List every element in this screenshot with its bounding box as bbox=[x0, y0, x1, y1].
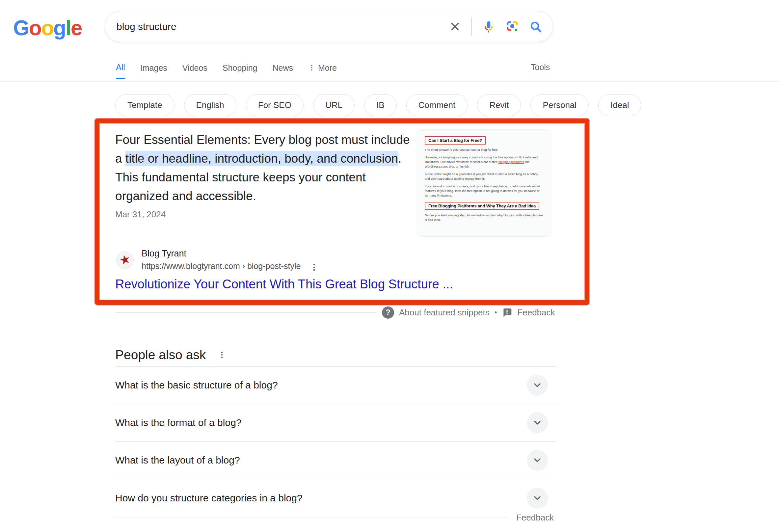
annotation-box: Four Essential Elements: Every blog post… bbox=[95, 119, 589, 305]
chip-ib[interactable]: IB bbox=[364, 94, 397, 116]
search-bar[interactable]: blog structure bbox=[105, 11, 553, 42]
chevron-down-icon bbox=[532, 380, 543, 391]
tab-shopping[interactable]: Shopping bbox=[223, 63, 257, 79]
snippet-thumbnail[interactable]: Can I Start a Blog for Free? The short a… bbox=[416, 129, 552, 237]
result-title-link[interactable]: Revolutionize Your Content With This Gre… bbox=[115, 277, 453, 291]
chevron-down-icon bbox=[532, 493, 543, 504]
site-name: Blog Tyrant bbox=[141, 248, 301, 259]
logo-letter: o bbox=[29, 16, 41, 40]
dot-separator: • bbox=[494, 308, 497, 317]
paa-list: What is the basic structure of a blog? W… bbox=[115, 367, 556, 517]
site-url: https://www.blogtyrant.com › blog-post-s… bbox=[141, 261, 301, 271]
paa-question-row[interactable]: What is the format of a blog? bbox=[115, 404, 556, 442]
snippet-footer: ? About featured snippets • Feedback bbox=[382, 305, 555, 320]
tab-all[interactable]: All bbox=[116, 63, 125, 79]
logo-letter: o bbox=[41, 16, 53, 40]
paa-feedback-link[interactable]: Feedback bbox=[516, 513, 554, 523]
paa-question: What is the layout of a blog? bbox=[115, 455, 240, 466]
expand-button[interactable] bbox=[527, 412, 548, 433]
logo-letter: e bbox=[71, 16, 82, 40]
logo-letter: l bbox=[65, 16, 71, 40]
about-featured-snippets-link[interactable]: About featured snippets bbox=[399, 307, 490, 318]
chip-english[interactable]: English bbox=[184, 94, 236, 116]
thumb-heading-2: Free Blogging Platforms and Why They Are… bbox=[425, 202, 539, 210]
google-logo[interactable]: Google bbox=[13, 16, 82, 40]
clear-icon[interactable] bbox=[449, 20, 461, 33]
site-favicon: ★ bbox=[116, 251, 134, 269]
tab-more[interactable]: More bbox=[308, 63, 337, 79]
thumb-heading-1: Can I Start a Blog for Free? bbox=[425, 136, 486, 144]
search-input[interactable]: blog structure bbox=[117, 11, 176, 42]
tools-button[interactable]: Tools bbox=[531, 63, 550, 72]
search-controls bbox=[449, 11, 542, 42]
featured-snippet-text: Four Essential Elements: Every blog post… bbox=[115, 130, 415, 205]
result-source[interactable]: Blog Tyrant https://www.blogtyrant.com ›… bbox=[141, 248, 301, 271]
snippet-highlight: title or headline, introduction, body, a… bbox=[125, 151, 398, 166]
expand-button[interactable] bbox=[527, 450, 548, 471]
thumb-paragraph: However, as tempting as it may sound, ch… bbox=[425, 155, 543, 169]
paa-question-row[interactable]: What is the basic structure of a blog? bbox=[115, 367, 556, 404]
expand-button[interactable] bbox=[527, 375, 548, 396]
thumb-paragraph: The short answer is yes, you can start a… bbox=[425, 147, 543, 152]
thumb-paragraph: A free option might be a good idea if yo… bbox=[425, 172, 543, 181]
header-divider bbox=[0, 81, 779, 82]
chip-revit[interactable]: Revit bbox=[477, 94, 521, 116]
help-icon: ? bbox=[382, 306, 394, 319]
expand-button[interactable] bbox=[527, 487, 548, 509]
paa-question: What is the format of a blog? bbox=[115, 417, 242, 428]
snippet-footer-divider bbox=[115, 312, 376, 313]
thumb-paragraph: Before you start jumping ship, let me fu… bbox=[425, 213, 543, 222]
logo-letter: g bbox=[53, 16, 65, 40]
result-type-tabs: All Images Videos Shopping News More bbox=[116, 63, 337, 79]
google-lens-icon[interactable] bbox=[505, 20, 519, 34]
result-options-icon[interactable] bbox=[309, 263, 319, 273]
people-also-ask-heading: People also ask bbox=[115, 348, 226, 362]
chip-url[interactable]: URL bbox=[313, 94, 355, 116]
chip-ideal[interactable]: Ideal bbox=[598, 94, 641, 116]
paa-title: People also ask bbox=[115, 348, 206, 362]
voice-search-icon[interactable] bbox=[482, 20, 495, 34]
paa-options-icon[interactable] bbox=[218, 351, 226, 359]
thumb-paragraph: If you intend to start a business, build… bbox=[425, 184, 543, 198]
chip-comment[interactable]: Comment bbox=[406, 94, 468, 116]
snippet-date: Mar 31, 2024 bbox=[115, 210, 166, 220]
tab-images[interactable]: Images bbox=[140, 63, 167, 79]
thumb-inline-link: blogging platforms bbox=[498, 160, 524, 164]
chevron-down-icon bbox=[532, 455, 543, 466]
chevron-down-icon bbox=[532, 417, 543, 428]
chip-for-seo[interactable]: For SEO bbox=[246, 94, 304, 116]
search-divider bbox=[471, 17, 472, 36]
tab-more-label: More bbox=[318, 63, 337, 73]
filter-chips: Template English For SEO URL IB Comment … bbox=[115, 94, 641, 116]
paa-question: What is the basic structure of a blog? bbox=[115, 379, 278, 391]
more-dots-icon bbox=[308, 64, 315, 71]
tab-news[interactable]: News bbox=[272, 63, 293, 79]
search-submit-icon[interactable] bbox=[529, 20, 542, 33]
paa-question-row[interactable]: How do you structure categories in a blo… bbox=[115, 479, 556, 517]
chip-template[interactable]: Template bbox=[115, 94, 175, 116]
star-icon: ★ bbox=[118, 251, 132, 268]
paa-question-row[interactable]: What is the layout of a blog? bbox=[115, 442, 556, 479]
logo-letter: G bbox=[13, 16, 29, 40]
snippet-feedback-link[interactable]: Feedback bbox=[517, 307, 555, 318]
paa-question: How do you structure categories in a blo… bbox=[115, 492, 303, 504]
paa-bottom-divider bbox=[115, 518, 508, 518]
tab-videos[interactable]: Videos bbox=[182, 63, 207, 79]
feedback-icon bbox=[502, 307, 512, 318]
chip-personal[interactable]: Personal bbox=[530, 94, 589, 116]
